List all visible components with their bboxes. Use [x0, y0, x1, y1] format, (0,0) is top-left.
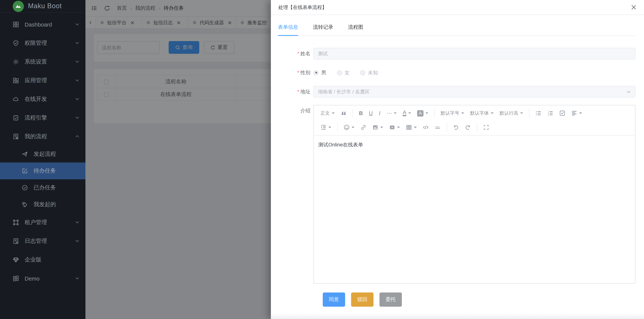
sidebar-item-label: 企业版 — [25, 256, 80, 263]
align-left-icon — [571, 110, 577, 116]
sidebar-item-tenant[interactable]: 租户管理 — [0, 213, 86, 232]
sidebar-item-label: 租户管理 — [25, 219, 75, 226]
sidebar-item-logs[interactable]: 日志管理 — [0, 232, 86, 250]
process-form: 姓名 测试 性别 男 — [278, 48, 636, 307]
document-user-icon — [13, 133, 19, 140]
tab-form-info[interactable]: 表单信息 — [278, 24, 298, 36]
code-block-button[interactable] — [420, 122, 432, 133]
sidebar-item-label: 权限管理 — [25, 40, 75, 47]
ordered-list-button[interactable]: 123 — [544, 108, 556, 119]
caret-down-icon — [394, 112, 397, 114]
radio-female[interactable]: 女 — [337, 69, 350, 76]
address-select[interactable]: 湖南省 / 长沙市 / 岳麓区 — [314, 86, 636, 98]
tab-flow-diagram[interactable]: 流程图 — [348, 24, 363, 36]
sidebar-item-application[interactable]: 应用管理 — [0, 71, 86, 90]
caret-down-icon — [461, 112, 464, 114]
line-height-dropdown[interactable]: 默认行高 — [496, 108, 526, 119]
font-family-dropdown[interactable]: 默认字体 — [467, 108, 496, 119]
drawer-actions: 同意 驳回 委托 — [278, 292, 636, 307]
video-dropdown[interactable] — [386, 122, 403, 133]
delegate-button[interactable]: 委托 — [380, 292, 402, 307]
bullet-list-button[interactable] — [532, 108, 544, 119]
sidebar-item-label: Demo — [25, 275, 75, 281]
sidebar-item-dashboard[interactable]: Dashboard — [0, 15, 86, 34]
todo-list-button[interactable] — [556, 108, 568, 119]
sidebar-item-todo-tasks[interactable]: 待办任务 — [0, 162, 86, 179]
blockquote-button[interactable] — [338, 108, 350, 119]
sidebar-item-demo[interactable]: Demo — [0, 269, 86, 288]
table-dropdown[interactable] — [403, 122, 420, 133]
sidebar-item-enterprise[interactable]: 企业版 — [0, 250, 86, 269]
name-value: 测试 — [318, 50, 328, 57]
radio-unknown[interactable]: 未知 — [360, 69, 378, 76]
name-field[interactable]: 测试 — [314, 48, 636, 59]
image-dropdown[interactable] — [370, 122, 386, 133]
toolbar-separator — [477, 123, 477, 132]
name-label: 姓名 — [278, 48, 314, 59]
font-size-label: 默认字号 — [441, 110, 459, 116]
link-button[interactable] — [358, 122, 370, 133]
sidebar-item-label: 流程引擎 — [25, 114, 75, 121]
redo-icon — [465, 124, 471, 130]
sidebar-item-label: Dashboard — [25, 21, 75, 28]
sidebar-item-initiated-by-me[interactable]: 我发起的 — [0, 196, 86, 213]
sidebar-item-process-engine[interactable]: 流程引擎 — [0, 108, 86, 127]
caret-down-icon — [491, 112, 494, 114]
tab-flow-records[interactable]: 流转记录 — [313, 24, 333, 36]
underline-icon: U — [369, 110, 373, 116]
radio-label: 男 — [321, 69, 326, 76]
grid-icon — [13, 21, 19, 28]
logo-mountain-icon — [13, 1, 24, 12]
sidebar-item-permission[interactable]: 权限管理 — [0, 34, 86, 52]
more-icon: ⋯ — [386, 110, 392, 116]
sidebar-submenu-my-process: 发起流程 待办任务 已办任务 我发起的 — [0, 146, 86, 213]
sidebar-item-initiate-process[interactable]: 发起流程 — [0, 146, 86, 162]
font-color-dropdown[interactable]: A — [400, 108, 414, 119]
more-styles-dropdown[interactable]: ⋯ — [384, 108, 400, 119]
undo-button[interactable] — [450, 122, 462, 133]
fullscreen-button[interactable] — [480, 122, 492, 133]
align-dropdown[interactable] — [568, 108, 585, 119]
caret-down-icon — [408, 112, 411, 114]
send-icon — [22, 151, 28, 157]
radio-male[interactable]: 男 — [314, 69, 326, 76]
sidebar-item-done-tasks[interactable]: 已办任务 — [0, 179, 86, 196]
font-color-icon: A — [403, 110, 406, 116]
sidebar-item-online-dev[interactable]: 在线开发 — [0, 90, 86, 108]
reject-button[interactable]: 驳回 — [351, 292, 374, 307]
emoji-dropdown[interactable] — [341, 122, 358, 133]
toolbar-separator — [337, 123, 338, 132]
italic-icon: I — [379, 110, 380, 116]
caret-down-icon — [380, 127, 383, 128]
sidebar-item-system[interactable]: 系统设置 — [0, 52, 86, 71]
editor-content[interactable]: 测试Online在线表单 — [314, 136, 635, 154]
radio-label: 未知 — [368, 69, 378, 76]
approve-button[interactable]: 同意 — [323, 292, 345, 307]
todo-checkbox-icon — [559, 110, 565, 116]
underline-button[interactable]: U — [366, 108, 376, 119]
chevron-up-icon — [75, 134, 80, 139]
divider-button[interactable] — [432, 122, 444, 133]
caret-down-icon — [397, 127, 400, 128]
drawer-title: 处理【在线表单流程】 — [278, 4, 327, 11]
radio-dot-icon — [337, 70, 342, 75]
sidebar-item-label: 系统设置 — [25, 58, 75, 65]
redo-button[interactable] — [462, 122, 474, 133]
italic-button[interactable]: I — [376, 108, 384, 119]
bold-icon: B — [359, 110, 363, 116]
chevron-down-icon — [75, 22, 80, 27]
diamond-icon — [13, 256, 19, 263]
indent-dropdown[interactable] — [318, 122, 334, 133]
bg-color-dropdown[interactable]: A — [414, 108, 431, 119]
paragraph-style-dropdown[interactable]: 正文 — [318, 108, 338, 119]
sidebar-item-my-process[interactable]: 我的流程 — [0, 127, 86, 146]
font-family-label: 默认字体 — [470, 110, 489, 116]
bold-button[interactable]: B — [356, 108, 366, 119]
app-root: Maku Boot Dashboard 权限管理 系统设置 应用管理 — [0, 0, 644, 319]
process-drawer: 处理【在线表单流程】 表单信息 流转记录 流程图 姓名 测试 — [271, 0, 644, 319]
clipboard-check-icon — [13, 115, 19, 121]
logo: Maku Boot — [0, 0, 86, 13]
gender-label: 性别 — [278, 67, 314, 79]
font-size-dropdown[interactable]: 默认字号 — [438, 108, 467, 119]
close-icon[interactable] — [631, 5, 636, 10]
